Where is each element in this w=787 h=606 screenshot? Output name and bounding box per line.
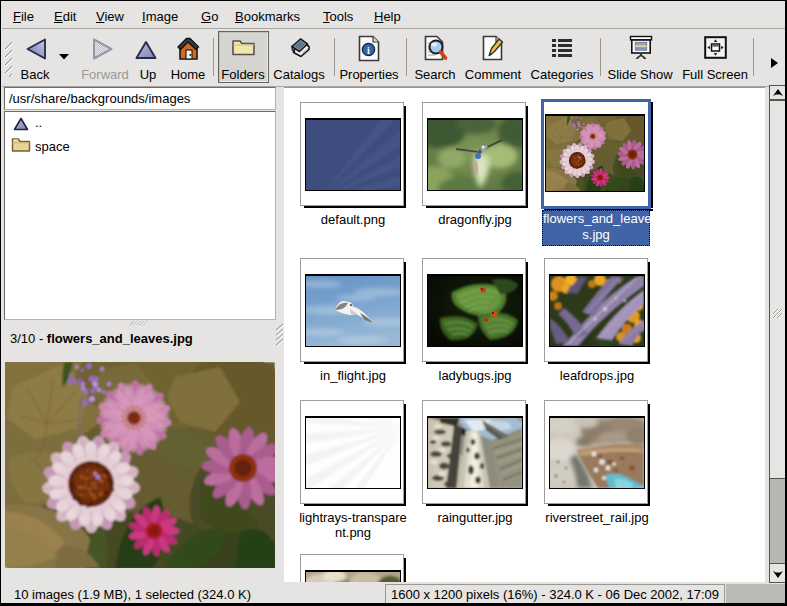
svg-text:i: i xyxy=(367,45,370,56)
